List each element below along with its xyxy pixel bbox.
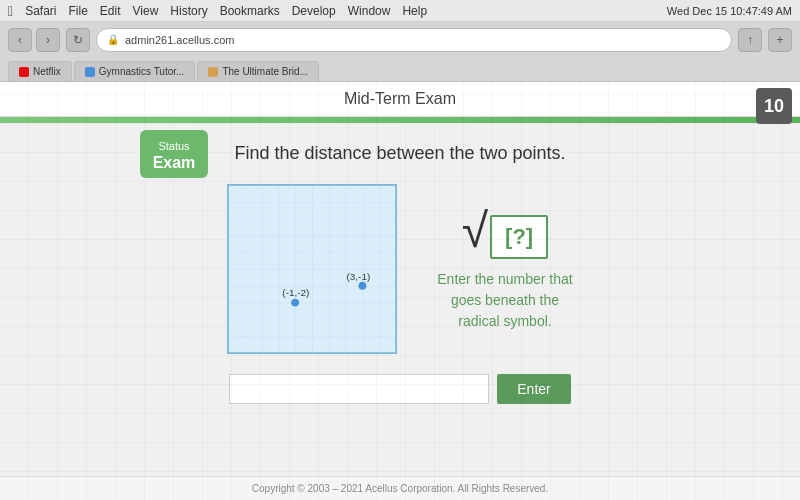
browser-tabs: Netflix Gymnastics Tutor... The Ultimate… xyxy=(0,57,800,81)
page-footer: Copyright © 2003 – 2021 Acellus Corporat… xyxy=(0,476,800,500)
menu-help[interactable]: Help xyxy=(402,4,427,18)
svg-text:(3,-1): (3,-1) xyxy=(347,271,371,282)
instruction-line1: Enter the number that xyxy=(437,271,572,287)
menu-window[interactable]: Window xyxy=(348,4,391,18)
menubar:  Safari File Edit View History Bookmark… xyxy=(0,0,800,22)
menu-history[interactable]: History xyxy=(170,4,207,18)
netflix-favicon xyxy=(19,67,29,77)
tab-netflix[interactable]: Netflix xyxy=(8,61,72,81)
svg-rect-1 xyxy=(228,185,396,353)
address-bar[interactable]: 🔒 admin261.acellus.com xyxy=(96,28,732,52)
share-button[interactable]: ↑ xyxy=(738,28,762,52)
input-row: Enter xyxy=(229,374,570,404)
menu-edit[interactable]: Edit xyxy=(100,4,121,18)
browser-chrome: ‹ › ↻ 🔒 admin261.acellus.com ↑ + Netflix… xyxy=(0,22,800,82)
tab-bride-label: The Ultimate Brid... xyxy=(222,66,308,77)
point1-dot xyxy=(292,299,300,307)
forward-button[interactable]: › xyxy=(36,28,60,52)
footer-text: Copyright © 2003 – 2021 Acellus Corporat… xyxy=(252,483,548,494)
browser-toolbar: ‹ › ↻ 🔒 admin261.acellus.com ↑ + xyxy=(0,22,800,57)
enter-button[interactable]: Enter xyxy=(497,374,570,404)
score-value: 10 xyxy=(764,96,784,117)
radical-content: [?] xyxy=(505,224,533,250)
status-label: Status xyxy=(158,140,189,152)
instruction-line3: radical symbol. xyxy=(458,313,551,329)
math-expression-area: √ [?] Enter the number that goes beneath… xyxy=(437,207,572,332)
lock-icon: 🔒 xyxy=(107,34,119,45)
content-row: (-1,-2) (3,-1) √ [?] Enter the number th… xyxy=(227,184,572,354)
radical-sign-icon: √ xyxy=(462,207,488,255)
address-text: admin261.acellus.com xyxy=(125,34,234,46)
menu-safari[interactable]: Safari xyxy=(25,4,56,18)
score-badge: 10 xyxy=(756,88,792,124)
coordinate-grid: (-1,-2) (3,-1) xyxy=(227,184,397,354)
tab-netflix-label: Netflix xyxy=(33,66,61,77)
system-datetime: Wed Dec 15 10:47:49 AM xyxy=(667,5,792,17)
tab-gymnastics-label: Gymnastics Tutor... xyxy=(99,66,185,77)
exam-title-bar: Mid-Term Exam xyxy=(0,82,800,117)
radical-box: [?] xyxy=(490,215,548,259)
svg-text:(-1,-2): (-1,-2) xyxy=(283,287,310,298)
instruction-text: Enter the number that goes beneath the r… xyxy=(437,269,572,332)
main-area: Find the distance between the two points… xyxy=(0,123,800,476)
menu-bookmarks[interactable]: Bookmarks xyxy=(220,4,280,18)
grid-svg: (-1,-2) (3,-1) xyxy=(228,185,396,353)
question-text: Find the distance between the two points… xyxy=(234,143,565,164)
reload-button[interactable]: ↻ xyxy=(66,28,90,52)
gymnastics-favicon xyxy=(85,67,95,77)
radical-expression: √ [?] xyxy=(462,207,548,259)
exam-label-text: Exam xyxy=(144,154,204,172)
answer-input[interactable] xyxy=(229,374,489,404)
nav-buttons: ‹ › xyxy=(8,28,60,52)
back-button[interactable]: ‹ xyxy=(8,28,32,52)
tab-bride[interactable]: The Ultimate Brid... xyxy=(197,61,319,81)
page-title: Mid-Term Exam xyxy=(344,90,456,108)
menu-develop[interactable]: Develop xyxy=(292,4,336,18)
status-exam-badge: Status Exam xyxy=(140,130,208,178)
menu-file[interactable]: File xyxy=(68,4,87,18)
instruction-line2: goes beneath the xyxy=(451,292,559,308)
apple-menu[interactable]:  xyxy=(8,3,13,19)
tab-gymnastics[interactable]: Gymnastics Tutor... xyxy=(74,61,196,81)
add-tab-button[interactable]: + xyxy=(768,28,792,52)
point2-dot xyxy=(359,282,367,290)
menu-view[interactable]: View xyxy=(133,4,159,18)
page-content: 10 Status Exam Mid-Term Exam Find the di… xyxy=(0,82,800,500)
bride-favicon xyxy=(208,67,218,77)
